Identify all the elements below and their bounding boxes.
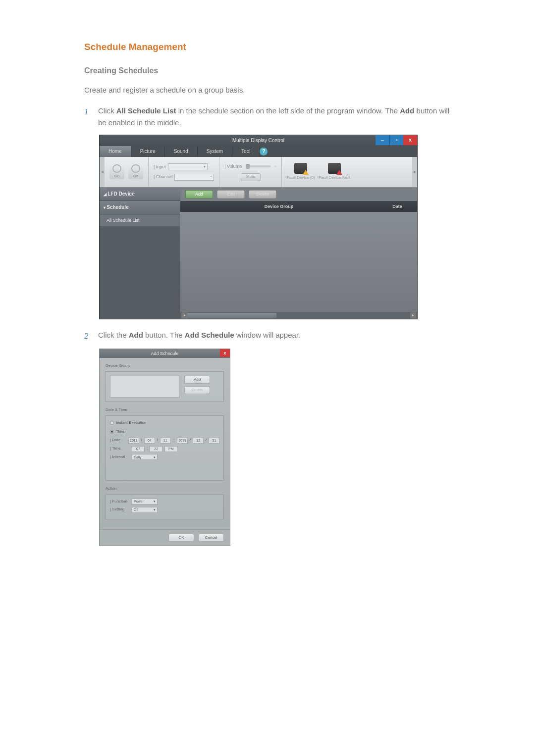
date-row: | Date 2011/ 04/ 11 ~ 2099/ 12/ 31 (110, 437, 219, 444)
setting-label: | Setting (110, 506, 130, 513)
value: Daily (134, 454, 142, 460)
horizontal-scrollbar[interactable]: ◂ ▸ (180, 312, 417, 319)
device-add-button[interactable]: Add (184, 376, 210, 384)
ribbon-nav-right[interactable]: ▸ (412, 157, 417, 187)
mute-button[interactable]: Mute (241, 173, 261, 181)
month1-stepper[interactable]: 04 (144, 438, 155, 444)
slider-thumb[interactable] (246, 164, 250, 169)
volume-up-icon[interactable]: ▸ (274, 163, 276, 170)
date-time-label: Date & Time (106, 407, 224, 413)
chevron-down-icon: ▾ (154, 507, 156, 512)
dialog-close-button[interactable]: x (220, 349, 230, 357)
volume-group: | Volume▸ Mute (219, 157, 282, 187)
fault-device-item[interactable]: Fault Device (0) (287, 163, 315, 181)
sep: / (157, 437, 158, 444)
scroll-right-icon[interactable]: ▸ (410, 312, 416, 318)
chevron-down-icon: ▾ (154, 499, 156, 504)
delete-button[interactable]: Delete (249, 190, 276, 199)
hour-stepper[interactable]: 07 (132, 446, 145, 452)
add-button[interactable]: Add (185, 190, 213, 199)
monitor-alert-icon (328, 163, 341, 174)
sep: / (141, 437, 142, 444)
ok-button[interactable]: OK (168, 534, 194, 542)
tab-picture[interactable]: Picture (131, 146, 165, 157)
volume-slider[interactable] (246, 165, 270, 167)
col-date: Date (377, 203, 417, 210)
text: Click (98, 106, 116, 115)
add-schedule-dialog: Add Schedule x Device Group Add Delete D… (99, 349, 230, 546)
scroll-left-icon[interactable]: ◂ (181, 312, 187, 318)
power-group: On Off (105, 157, 149, 187)
button-row: Add Edit Delete (180, 188, 417, 201)
titlebar: Multiple Display Control – ▫ x (100, 135, 417, 146)
maximize-button[interactable]: ▫ (389, 135, 403, 145)
step-number: 1 (84, 105, 91, 129)
power-off-button[interactable]: Off (128, 164, 143, 179)
tabs: Home Picture Sound System Tool ? (100, 146, 417, 157)
power-on-button[interactable]: On (109, 164, 124, 179)
time-label: | Time (110, 446, 130, 452)
main-window-screenshot: Multiple Display Control – ▫ x Home Pict… (99, 135, 418, 319)
dialog-footer: OK Cancel (100, 529, 230, 546)
device-group-listbox[interactable] (110, 376, 179, 398)
day1-stepper[interactable]: 11 (160, 438, 171, 444)
window-title: Multiple Display Control (100, 137, 417, 145)
label: Fault Device (0) (287, 175, 315, 181)
sep: / (206, 437, 207, 444)
radio-icon (110, 430, 114, 434)
channel-label: | Channel (154, 173, 172, 180)
date-label: | Date (110, 437, 126, 444)
year2-stepper[interactable]: 2099 (177, 438, 188, 444)
interval-select[interactable]: Daily▾ (132, 454, 158, 460)
timer-radio[interactable]: Timer (110, 429, 219, 435)
bold: Add (129, 331, 143, 339)
tab-home[interactable]: Home (100, 146, 131, 157)
year1-stepper[interactable]: 2011 (128, 438, 139, 444)
scroll-thumb[interactable] (187, 313, 276, 318)
left-panel: LFD Device Schedule All Schedule List (100, 188, 180, 319)
cancel-button[interactable]: Cancel (198, 534, 224, 542)
ribbon-nav-left[interactable]: ◂ (100, 157, 105, 187)
day2-stepper[interactable]: 31 (209, 438, 219, 444)
input-label: | Input (154, 163, 166, 170)
window-buttons: – ▫ x (375, 135, 417, 145)
function-select[interactable]: Power▾ (132, 499, 158, 504)
tab-sound[interactable]: Sound (165, 146, 198, 157)
tab-tool[interactable]: Tool (232, 146, 260, 157)
channel-stepper[interactable]: ÷ (174, 174, 214, 181)
instant-execution-radio[interactable]: Instant Execution (110, 420, 219, 426)
schedule-header[interactable]: Schedule (100, 201, 180, 214)
fault-group: Fault Device (0) Fault Device Alert (282, 157, 355, 187)
text: Click the (98, 331, 129, 339)
input-dropdown[interactable]: ▾ (168, 163, 208, 170)
device-group-label: Device Group (106, 363, 224, 369)
setting-row: | Setting Off▾ (110, 506, 219, 513)
edit-button[interactable]: Edit (217, 190, 245, 199)
step-text: Click All Schedule List in the schedule … (98, 105, 451, 129)
tab-system[interactable]: System (198, 146, 232, 157)
content-area: LFD Device Schedule All Schedule List Ad… (100, 188, 417, 319)
all-schedule-list-item[interactable]: All Schedule List (100, 214, 180, 227)
label: Off (133, 173, 139, 180)
close-button[interactable]: x (403, 135, 417, 145)
bold: Add (400, 106, 414, 115)
right-panel: Add Edit Delete Device Group Date ◂ ▸ (180, 188, 417, 319)
ribbon: ◂ On Off | Input▾ | Channel÷ | Volume▸ M… (100, 157, 417, 188)
minimize-button[interactable]: – (375, 135, 389, 145)
minute-stepper[interactable]: 22 (150, 446, 162, 452)
device-delete-button[interactable]: Delete (184, 386, 210, 394)
setting-select[interactable]: Off▾ (132, 507, 158, 513)
device-group-fieldset: Add Delete (106, 371, 224, 402)
value: Off (134, 507, 138, 512)
col-device-group: Device Group (180, 203, 377, 210)
lfd-device-header[interactable]: LFD Device (100, 188, 180, 201)
intro-paragraph: Create and register a schedule on a grou… (84, 84, 451, 96)
dialog-body: Device Group Add Delete Date & Time Inst… (100, 358, 230, 529)
monitor-warning-icon (294, 163, 307, 174)
help-icon[interactable]: ? (260, 148, 268, 155)
fault-alert-item[interactable]: Fault Device Alert (319, 163, 350, 181)
label: Instant Execution (116, 420, 146, 426)
radio-icon (110, 421, 114, 425)
month2-stepper[interactable]: 12 (193, 438, 204, 444)
ampm-stepper[interactable]: PM (164, 446, 177, 452)
